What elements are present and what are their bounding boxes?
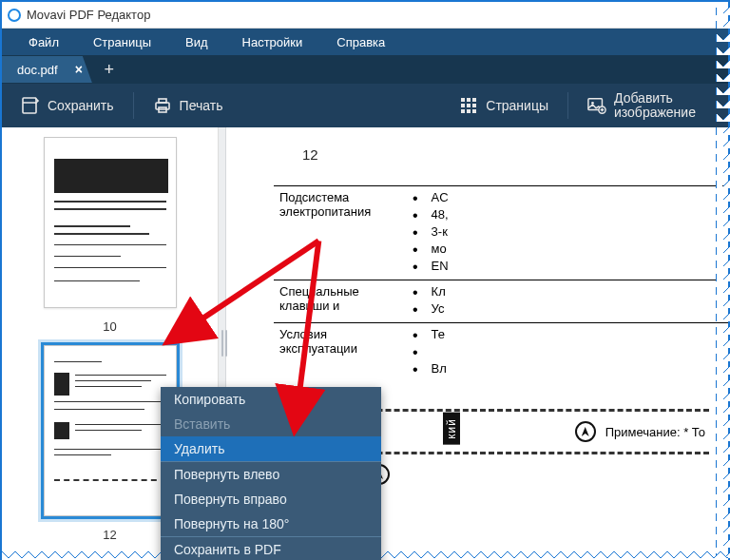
ctx-rotate-right[interactable]: Повернуть вправо (161, 487, 381, 512)
svg-rect-1 (156, 103, 169, 109)
print-label: Печать (180, 98, 223, 113)
row-label: Условия эксплуатации (274, 323, 407, 383)
tab-add-button[interactable]: + (92, 55, 126, 84)
table-row: Условия эксплуатации Те Вл (274, 323, 728, 383)
table-row: Специальные клавиши и Кл Ус (274, 280, 728, 323)
save-icon (21, 96, 40, 115)
toolbar-separator (133, 92, 134, 119)
add-image-label: Добавить изображение (614, 91, 709, 121)
svg-rect-6 (472, 98, 476, 102)
svg-rect-12 (472, 109, 476, 113)
pages-label: Страницы (486, 98, 548, 113)
compass-icon (575, 421, 596, 442)
pages-button[interactable]: Страницы (451, 90, 556, 121)
thumbnail-page-10[interactable] (44, 137, 177, 308)
svg-rect-8 (467, 104, 471, 107)
window-title: Movavi PDF Редактор (27, 8, 150, 22)
note-text: Примечание: * То (605, 425, 705, 439)
side-tab[interactable]: кий (443, 413, 460, 445)
tab-close-icon[interactable]: × (75, 62, 83, 77)
spec-table: Подсистема электропитания AC 48, 3-к мо … (274, 185, 728, 382)
menu-file[interactable]: Файл (11, 29, 76, 55)
app-window: Movavi PDF Редактор Файл Страницы Вид На… (0, 0, 730, 560)
grid-icon (459, 96, 478, 115)
torn-edge-right (717, 2, 730, 558)
row-label: Подсистема электропитания (274, 186, 407, 280)
svg-rect-11 (467, 109, 471, 113)
ctx-copy[interactable]: Копировать (161, 387, 381, 412)
menu-help[interactable]: Справка (319, 29, 402, 55)
row-label: Специальные клавиши и (274, 280, 407, 323)
tab-label: doc.pdf (17, 63, 58, 77)
add-image-icon (587, 96, 606, 115)
app-logo-icon (8, 9, 21, 22)
toolbar-separator (567, 92, 568, 119)
svg-rect-10 (461, 109, 465, 113)
menu-view[interactable]: Вид (168, 29, 225, 55)
ctx-paste: Вставить (161, 412, 381, 436)
save-label: Сохранить (48, 98, 114, 113)
svg-rect-4 (461, 98, 465, 102)
ctx-rotate-left[interactable]: Повернуть влево (161, 462, 381, 487)
page-number: 12 (302, 146, 709, 163)
menu-settings[interactable]: Настройки (225, 29, 320, 55)
thumbnail-number: 10 (103, 319, 116, 334)
title-bar: Movavi PDF Редактор (2, 2, 728, 29)
tab-doc[interactable]: doc.pdf × (2, 56, 92, 83)
tab-bar: doc.pdf × + (2, 55, 728, 84)
ctx-rotate-180[interactable]: Повернуть на 180° (161, 512, 381, 536)
print-button[interactable]: Печать (145, 90, 231, 121)
thumbnail-page-12[interactable] (44, 345, 177, 516)
svg-rect-9 (472, 104, 476, 107)
add-image-button[interactable]: Добавить изображение (580, 86, 717, 126)
ctx-save-pdf[interactable]: Сохранить в PDF (161, 537, 381, 560)
save-button[interactable]: Сохранить (13, 90, 122, 121)
table-row: Подсистема электропитания AC 48, 3-к мо … (274, 186, 728, 280)
svg-rect-2 (159, 99, 166, 103)
context-menu: Копировать Вставить Удалить Повернуть вл… (161, 387, 381, 560)
toolbar: Сохранить Печать Страницы Добавить изобр… (2, 84, 728, 127)
menu-bar: Файл Страницы Вид Настройки Справка (2, 29, 728, 55)
ctx-delete[interactable]: Удалить (161, 436, 381, 461)
thumbnail-number: 12 (103, 528, 116, 542)
menu-pages[interactable]: Страницы (76, 29, 168, 55)
print-icon (153, 96, 172, 115)
svg-rect-7 (461, 104, 465, 107)
svg-rect-0 (23, 98, 36, 113)
svg-rect-5 (467, 98, 471, 102)
